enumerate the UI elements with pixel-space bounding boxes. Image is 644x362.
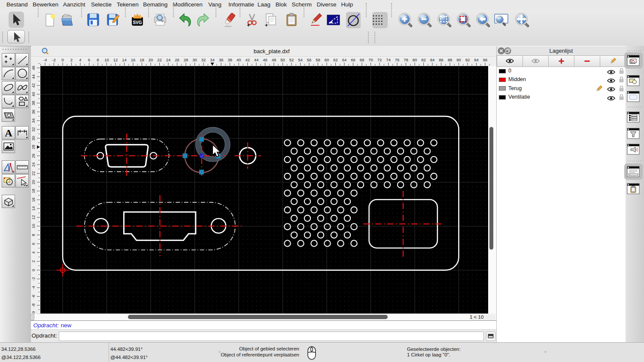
svg-text:-4: -4 [43,57,46,62]
svg-text:84: 84 [430,57,434,62]
svg-text:86: 86 [439,57,444,62]
svg-text:20: 20 [31,180,36,184]
svg-text:54: 54 [298,57,303,62]
svg-text:-8: -8 [31,303,36,307]
svg-text:46: 46 [263,57,267,62]
svg-text:-4: -4 [31,286,36,289]
svg-text:>: > [629,174,630,176]
svg-text:72: 72 [377,57,382,62]
svg-text:44: 44 [254,57,258,62]
svg-text:-2: -2 [52,57,55,62]
svg-text:34: 34 [210,57,215,62]
svg-text:32: 32 [201,57,206,62]
svg-text:20: 20 [148,57,153,62]
svg-text:56: 56 [307,57,311,62]
svg-text:4: 4 [31,251,36,253]
svg-text:26: 26 [175,57,179,62]
svg-text:40: 40 [31,92,36,97]
svg-text:68: 68 [359,57,364,62]
svg-text:4: 4 [79,57,81,62]
svg-text:18: 18 [140,57,144,62]
svg-text:16: 16 [31,197,36,202]
svg-text:42: 42 [245,57,250,62]
svg-text:10: 10 [104,57,109,62]
svg-text:6: 6 [88,57,90,62]
svg-text:0: 0 [61,57,64,62]
svg-text:6: 6 [31,242,36,244]
svg-text:40: 40 [236,57,241,62]
svg-text:38: 38 [31,101,36,106]
svg-text:8: 8 [97,57,99,62]
svg-text:82: 82 [421,57,426,62]
svg-text:28: 28 [183,57,188,62]
svg-text:64: 64 [342,57,346,62]
svg-text:8: 8 [31,234,36,236]
svg-text:2: 2 [31,260,36,262]
svg-text:46: 46 [31,66,36,70]
svg-text:80: 80 [412,57,417,62]
svg-text:94: 94 [474,57,479,62]
svg-text:12: 12 [31,215,36,220]
svg-text:+: + [265,22,268,28]
svg-text:-6: -6 [31,295,36,298]
svg-text:-2: -2 [31,277,36,281]
svg-text:36: 36 [219,57,223,62]
svg-text:24: 24 [166,57,170,62]
svg-text:66: 66 [351,57,355,62]
svg-text:28: 28 [31,145,36,149]
svg-text:62: 62 [333,57,338,62]
svg-text:60: 60 [324,57,329,62]
svg-text:30: 30 [192,57,197,62]
svg-text:36: 36 [31,109,36,114]
svg-text:92: 92 [465,57,470,62]
svg-text:10: 10 [31,224,36,229]
svg-text:58: 58 [316,57,320,62]
svg-text:26: 26 [31,154,36,158]
svg-text:14: 14 [122,57,127,62]
svg-text:96: 96 [483,57,487,62]
svg-text:44: 44 [31,74,36,79]
svg-text:24: 24 [31,162,36,167]
svg-text:14: 14 [31,206,36,211]
svg-text:18: 18 [31,189,36,193]
svg-text:+: + [247,22,250,28]
svg-text:48: 48 [271,57,276,62]
svg-text:52: 52 [289,57,294,62]
svg-text:90: 90 [456,57,461,62]
svg-text:2: 2 [70,57,72,62]
svg-text:12: 12 [113,57,118,62]
svg-text:22: 22 [157,57,162,62]
svg-text:16: 16 [131,57,135,62]
svg-text:74: 74 [386,57,391,62]
svg-text:30: 30 [31,136,36,141]
svg-text:88: 88 [447,57,452,62]
svg-text:A: A [5,127,12,139]
svg-text:34: 34 [31,118,36,123]
svg-text:42: 42 [31,83,36,88]
svg-text:SVG: SVG [133,20,142,25]
svg-text:70: 70 [368,57,373,62]
svg-text:78: 78 [404,57,408,62]
svg-text:38: 38 [228,57,232,62]
svg-text:32: 32 [31,127,36,132]
svg-text:0: 0 [31,269,36,271]
svg-text:76: 76 [395,57,399,62]
svg-text:22: 22 [31,171,36,176]
svg-text:50: 50 [280,57,285,62]
